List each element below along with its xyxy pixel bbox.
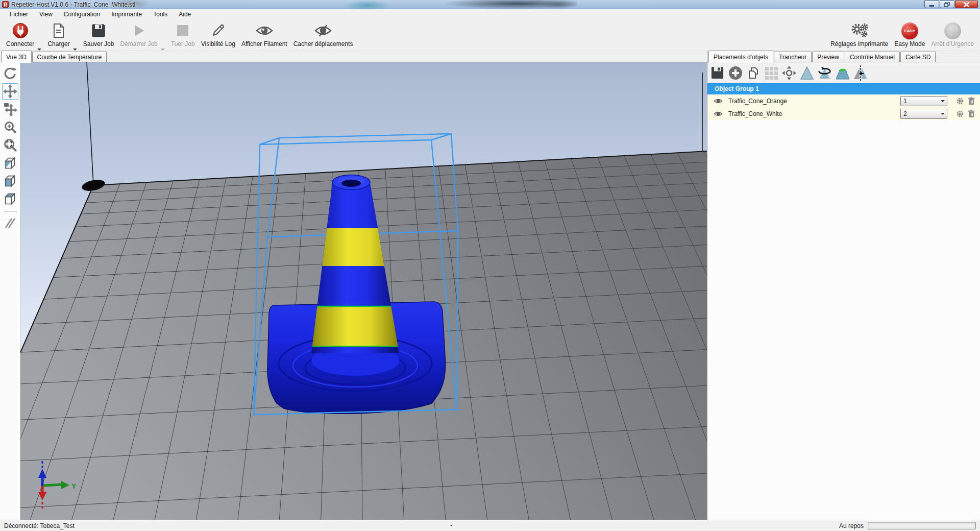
- object-toolbar: [707, 62, 980, 83]
- iso-view-icon[interactable]: [2, 155, 18, 171]
- rotate-view-icon[interactable]: [2, 65, 18, 82]
- tab-vue-3d[interactable]: Vue 3D: [1, 51, 32, 63]
- plug-icon: [12, 21, 29, 40]
- rotate-object-icon[interactable]: [817, 65, 832, 81]
- zoom-icon[interactable]: [2, 119, 18, 135]
- autoposition-icon[interactable]: [763, 65, 779, 81]
- save-job-label: Sauver Job: [83, 40, 114, 47]
- front-view-icon[interactable]: [2, 173, 18, 189]
- visibility-eye-icon[interactable]: [713, 111, 724, 117]
- load-dropdown-arrow[interactable]: [72, 35, 78, 51]
- kill-job-button[interactable]: Tuer Job: [168, 20, 198, 48]
- minimize-button[interactable]: [924, 1, 939, 8]
- document-icon: [52, 21, 65, 40]
- connect-label: Connecter: [6, 40, 34, 47]
- 3d-scene: Y: [20, 62, 707, 520]
- show-filament-label: Afficher Filament: [241, 40, 287, 47]
- menu-bar: Fichier View Configuration Imprimante To…: [0, 9, 980, 19]
- tab-trancheur[interactable]: Trancheur: [774, 52, 812, 62]
- menu-aide[interactable]: Aide: [173, 10, 197, 19]
- aero-blur-smudge: [541, 0, 577, 9]
- save-icon[interactable]: [709, 65, 725, 81]
- window-title: Repetier-Host V1.0.6 - Traffic_Cone_Whit…: [11, 1, 135, 8]
- job-progress-bar: [868, 522, 976, 529]
- emergency-stop-label: Arrêt d'Urgence: [931, 40, 974, 47]
- object-settings-gear-icon[interactable]: [954, 97, 966, 105]
- restore-button[interactable]: [940, 1, 954, 8]
- view-tabs: Vue 3D Courbe de Température: [0, 51, 707, 62]
- center-object-icon[interactable]: [781, 65, 797, 81]
- main-toolbar: Connecter Charger Sauver Job Démarrer Jo…: [0, 19, 980, 51]
- object-list: Traffic_Cone_Orange 1: [707, 94, 980, 120]
- status-bar: Déconnecté: Tobeca_Test - Au repos: [0, 520, 980, 531]
- tab-placements-objets[interactable]: Placements d'objets: [708, 51, 773, 63]
- menu-imprimante[interactable]: Imprimante: [106, 10, 148, 19]
- play-icon: [132, 21, 146, 40]
- close-button[interactable]: [955, 1, 978, 8]
- gears-icon: [849, 21, 870, 40]
- object-row-traffic-cone-white[interactable]: Traffic_Cone_White 2: [707, 107, 980, 120]
- tab-controle-manuel[interactable]: Contrôle Manuel: [845, 52, 900, 62]
- stop-icon: [176, 21, 189, 40]
- object-name: Traffic_Cone_Orange: [728, 98, 787, 105]
- visibility-eye-icon[interactable]: [713, 98, 724, 104]
- emergency-stop-button[interactable]: Arrêt d'Urgence: [928, 20, 977, 48]
- mirror-object-icon[interactable]: [852, 65, 868, 81]
- easy-mode-label: Easy Mode: [894, 40, 925, 47]
- fit-view-icon[interactable]: [2, 137, 18, 153]
- menu-tools[interactable]: Tools: [148, 10, 173, 19]
- chevron-down-icon[interactable]: [939, 109, 947, 118]
- move-view-icon[interactable]: [2, 83, 18, 100]
- connect-dropdown-arrow[interactable]: [36, 35, 42, 51]
- printer-settings-button[interactable]: Réglages imprimante: [827, 20, 891, 48]
- menu-view[interactable]: View: [34, 10, 58, 19]
- scale-object-icon[interactable]: [799, 65, 815, 81]
- chevron-down-icon[interactable]: [939, 96, 947, 106]
- axis-y-label: Y: [71, 482, 77, 490]
- view-tool-strip: [0, 62, 20, 520]
- connect-button[interactable]: Connecter: [3, 20, 37, 48]
- delete-object-trash-icon[interactable]: [966, 97, 977, 105]
- tab-carte-sd[interactable]: Carte SD: [900, 52, 936, 62]
- object-group-header[interactable]: Object Group 1: [707, 83, 980, 94]
- status-separator: -: [450, 522, 452, 529]
- lay-flat-icon[interactable]: [835, 65, 850, 81]
- tab-preview[interactable]: Preview: [812, 52, 844, 62]
- copy-object-icon[interactable]: [745, 65, 761, 81]
- menu-configuration[interactable]: Configuration: [58, 10, 106, 19]
- object-name: Traffic_Cone_White: [728, 110, 782, 117]
- right-panel: Placements d'objets Trancheur Preview Co…: [707, 51, 980, 520]
- load-label: Charger: [47, 40, 69, 47]
- title-bar: R Repetier-Host V1.0.6 - Traffic_Cone_Wh…: [0, 0, 980, 9]
- menu-fichier[interactable]: Fichier: [4, 10, 34, 19]
- aero-blur-smudge: [345, 0, 390, 9]
- add-object-icon[interactable]: [727, 65, 743, 81]
- emergency-stop-icon: [944, 22, 961, 39]
- right-panel-tabs: Placements d'objets Trancheur Preview Co…: [707, 51, 980, 62]
- start-job-dropdown-arrow[interactable]: [160, 35, 166, 51]
- tab-courbe-temperature[interactable]: Courbe de Température: [32, 52, 107, 62]
- toggle-log-button[interactable]: Visibilité Log: [198, 20, 238, 48]
- aero-blur-smudge: [444, 0, 577, 9]
- cross-section-icon[interactable]: [2, 215, 18, 231]
- extruder-select[interactable]: 2: [900, 109, 947, 119]
- move-object-icon[interactable]: [2, 101, 18, 117]
- top-view-icon[interactable]: [2, 190, 18, 207]
- app-logo-icon: R: [2, 1, 9, 8]
- delete-object-trash-icon[interactable]: [966, 110, 977, 118]
- 3d-viewport[interactable]: Y: [20, 62, 707, 520]
- object-row-traffic-cone-orange[interactable]: Traffic_Cone_Orange 1: [707, 94, 980, 107]
- load-button[interactable]: Charger: [44, 20, 72, 48]
- easy-mode-button[interactable]: EASY Easy Mode: [891, 20, 928, 48]
- start-job-button[interactable]: Démarrer Job: [117, 20, 160, 48]
- cone-top-hole: [341, 180, 361, 187]
- pencil-icon: [211, 21, 225, 40]
- hide-travel-button[interactable]: Cacher déplacements: [290, 20, 356, 48]
- save-job-button[interactable]: Sauver Job: [80, 20, 117, 48]
- hide-travel-label: Cacher déplacements: [293, 40, 353, 47]
- show-filament-button[interactable]: Afficher Filament: [238, 20, 290, 48]
- extruder-select[interactable]: 1: [900, 96, 947, 106]
- kill-job-label: Tuer Job: [171, 40, 195, 47]
- object-settings-gear-icon[interactable]: [954, 110, 966, 118]
- printer-settings-label: Réglages imprimante: [830, 40, 888, 47]
